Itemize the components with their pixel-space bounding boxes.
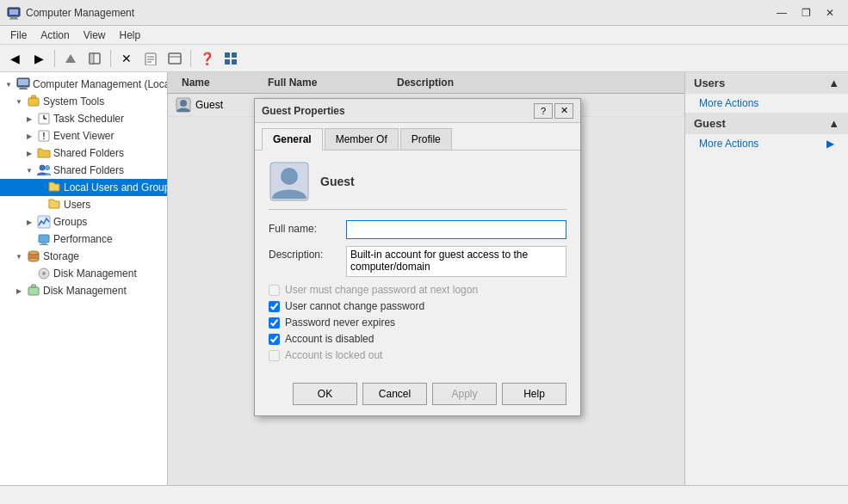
help-button[interactable]: ❓: [195, 47, 218, 70]
storage-label: Storage: [43, 250, 79, 262]
lug-label: Shared Folders: [53, 164, 124, 176]
dialog-close-button[interactable]: ✕: [554, 103, 573, 119]
close-button[interactable]: ✕: [819, 4, 841, 22]
properties-button[interactable]: [139, 47, 162, 70]
tree-root-label: Computer Management (Local: [33, 78, 168, 90]
checkbox-must-change[interactable]: User must change password at next logon: [269, 284, 566, 296]
dialog-title: Guest Properties: [262, 105, 534, 117]
separator-1: [54, 50, 55, 67]
svg-point-37: [42, 272, 46, 275]
back-button[interactable]: ◀: [3, 47, 26, 70]
delete-button[interactable]: ✕: [115, 47, 138, 70]
event-viewer-icon: !: [37, 129, 51, 143]
lug-expand: [24, 165, 34, 175]
actions-users-header[interactable]: Users ▲: [685, 72, 848, 94]
tree-performance[interactable]: Groups: [0, 213, 167, 230]
users-label: Local Users and Groups: [64, 181, 168, 194]
cb-disabled[interactable]: [269, 334, 280, 345]
sa-expand: [14, 286, 24, 296]
actions-guest-chevron: ▲: [828, 117, 839, 130]
task-scheduler-label: Task Scheduler: [53, 113, 124, 125]
checkbox-locked-out[interactable]: Account is locked out: [269, 349, 566, 361]
checkbox-group: User must change password at next logon …: [269, 284, 566, 361]
users-expand: [34, 182, 45, 193]
minimize-button[interactable]: —: [771, 4, 793, 22]
tree-disk-management[interactable]: Disk Management: [0, 265, 167, 282]
menu-view[interactable]: View: [77, 28, 113, 43]
tree-task-scheduler[interactable]: Task Scheduler: [0, 110, 167, 127]
svg-point-27: [40, 165, 45, 170]
app-icon: [7, 6, 21, 20]
more-actions-guest-arrow: ▶: [826, 138, 834, 150]
up-button[interactable]: [59, 47, 82, 70]
forward-button[interactable]: ▶: [28, 47, 50, 70]
restore-button[interactable]: ❐: [795, 4, 817, 22]
menu-help[interactable]: Help: [113, 28, 148, 43]
svg-marker-39: [31, 285, 36, 287]
show-hide-button[interactable]: [84, 47, 106, 70]
fullname-row: Full name:: [269, 220, 566, 239]
sa-icon: [27, 284, 40, 298]
svg-marker-21: [31, 95, 36, 98]
checkbox-disabled[interactable]: Account is disabled: [269, 333, 566, 345]
tree-shared-folders[interactable]: Shared Folders: [0, 144, 167, 162]
menu-file[interactable]: File: [3, 28, 34, 43]
svg-rect-15: [232, 59, 237, 65]
groups-icon: [47, 198, 61, 212]
system-tools-label: System Tools: [43, 95, 104, 108]
tree-event-viewer[interactable]: ! Event Viewer: [0, 127, 167, 144]
svg-rect-30: [39, 235, 49, 243]
tree-local-users-groups[interactable]: Shared Folders: [0, 162, 167, 179]
actions-users-chevron: ▲: [828, 77, 839, 89]
fullname-input[interactable]: [346, 220, 566, 239]
view-button[interactable]: [220, 47, 242, 70]
window-title: Computer Management: [26, 7, 771, 19]
cb-locked-out[interactable]: [269, 350, 280, 361]
export-button[interactable]: [164, 47, 186, 70]
actions-guest-header[interactable]: Guest ▲: [685, 113, 848, 134]
actions-guest-more[interactable]: More Actions ▶: [685, 134, 848, 153]
checkbox-never-expires[interactable]: Password never expires: [269, 317, 566, 329]
tree-groups[interactable]: Users: [0, 196, 167, 213]
dialog-help-icon-button[interactable]: ?: [534, 103, 553, 119]
tree-users[interactable]: Local Users and Groups: [0, 179, 167, 196]
task-scheduler-icon: [37, 112, 51, 126]
shared-folders-expand: [24, 148, 34, 158]
sa-label: Disk Management: [43, 285, 127, 297]
svg-rect-38: [28, 287, 39, 295]
menu-action[interactable]: Action: [34, 28, 76, 43]
tree-root[interactable]: Computer Management (Local: [0, 76, 167, 93]
tree-panel: Computer Management (Local System Tools: [0, 72, 168, 485]
svg-point-35: [28, 258, 39, 261]
shared-folders-icon: [37, 146, 51, 160]
tree-device-manager[interactable]: Performance: [0, 230, 167, 248]
svg-rect-5: [90, 53, 94, 64]
menu-bar: File Action View Help: [0, 26, 848, 45]
tree-system-tools[interactable]: System Tools: [0, 93, 167, 110]
help-button[interactable]: Help: [502, 383, 566, 405]
svg-rect-20: [28, 98, 39, 106]
actions-users-more[interactable]: More Actions: [685, 94, 848, 113]
cancel-button[interactable]: Cancel: [362, 383, 427, 405]
lug-icon: [37, 163, 51, 177]
ok-button[interactable]: OK: [293, 383, 357, 405]
svg-rect-10: [169, 53, 181, 64]
groups-expand: [34, 200, 45, 210]
tree-services-apps[interactable]: Disk Management: [0, 282, 167, 299]
svg-rect-29: [38, 216, 50, 228]
tab-general[interactable]: General: [262, 128, 323, 151]
tab-profile[interactable]: Profile: [400, 128, 452, 150]
system-tools-expand: [14, 96, 24, 107]
cb-never-expires[interactable]: [269, 317, 280, 329]
svg-rect-14: [225, 59, 230, 65]
description-input[interactable]: Built-in account for guest access to the…: [346, 246, 566, 277]
tab-member-of[interactable]: Member Of: [325, 128, 399, 150]
cb-cannot-change[interactable]: [269, 301, 280, 312]
description-row: Description: Built-in account for guest …: [269, 246, 566, 277]
tree-storage[interactable]: Storage: [0, 248, 167, 265]
checkbox-cannot-change[interactable]: User cannot change password: [269, 300, 566, 312]
dialog-title-buttons: ? ✕: [534, 103, 573, 119]
cb-must-change[interactable]: [269, 285, 280, 296]
apply-button[interactable]: Apply: [432, 383, 497, 405]
computer-icon: [16, 77, 30, 91]
